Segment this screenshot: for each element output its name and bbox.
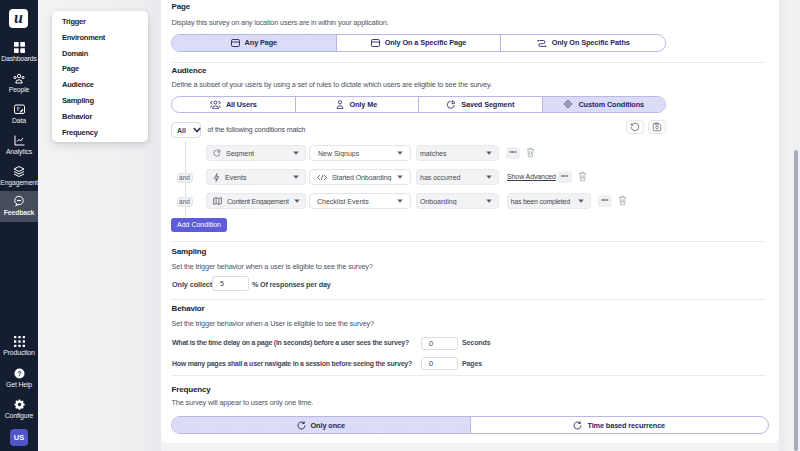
svg-text:?: ?	[17, 370, 21, 377]
